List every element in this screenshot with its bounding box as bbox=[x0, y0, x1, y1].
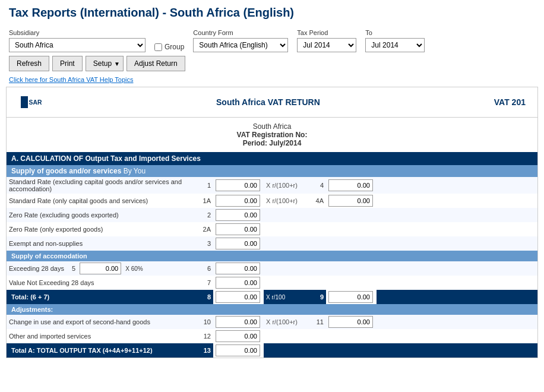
svg-text:SARS: SARS bbox=[29, 99, 42, 106]
sars-logo: SARS bbox=[18, 93, 42, 111]
table-row: Exceeding 28 days 5 X 60% 6 bbox=[7, 261, 537, 276]
field-2[interactable] bbox=[216, 209, 260, 221]
setup-arrow-icon: ▼ bbox=[114, 61, 120, 67]
form-info: South Africa VAT Registration No: Period… bbox=[7, 118, 537, 152]
country-form-select[interactable]: South Africa (English) bbox=[193, 38, 288, 52]
total-output-row: Total A: TOTAL OUTPUT TAX (4+4A+9+11+12)… bbox=[7, 343, 537, 358]
group-label: Group bbox=[165, 43, 184, 51]
field-6[interactable] bbox=[216, 263, 260, 274]
form-main-title: South Africa VAT RETURN bbox=[216, 97, 320, 107]
to-label: To bbox=[365, 29, 425, 36]
field-4a[interactable] bbox=[328, 195, 373, 207]
table-row: Zero Rate (only exported goods) 2A bbox=[7, 222, 537, 236]
setup-button[interactable]: Setup ▼ bbox=[86, 56, 124, 71]
field-2a[interactable] bbox=[216, 223, 260, 235]
page-title: Tax Reports (International) - South Afri… bbox=[0, 0, 544, 24]
table-row: Other and imported services 12 bbox=[7, 329, 537, 343]
total-6-7-row: Total: (6 + 7) 8 X r/100 9 bbox=[7, 290, 537, 304]
form-vat-number: VAT 201 bbox=[494, 97, 526, 107]
adjust-return-button[interactable]: Adjust Return bbox=[126, 56, 185, 71]
field-7[interactable] bbox=[216, 277, 260, 289]
supply-accom-header-row: Supply of accomodation bbox=[7, 251, 537, 261]
group-checkbox[interactable] bbox=[154, 43, 162, 51]
field-10[interactable] bbox=[216, 316, 260, 328]
field-9[interactable] bbox=[328, 291, 373, 303]
print-button[interactable]: Print bbox=[52, 56, 83, 71]
field-11[interactable] bbox=[328, 316, 373, 328]
field-13[interactable] bbox=[216, 344, 260, 356]
subsidiary-select[interactable]: South Africa bbox=[9, 38, 146, 52]
field-3[interactable] bbox=[216, 238, 260, 249]
table-row: Standard Rate (only capital goods and se… bbox=[7, 194, 537, 208]
section-a-header: A. CALCULATION OF Output Tax and Importe… bbox=[7, 152, 537, 165]
table-row: Zero Rate (excluding goods exported) 2 bbox=[7, 208, 537, 222]
field-4[interactable] bbox=[328, 179, 373, 191]
table-row: Standard Rate (excluding capital goods a… bbox=[7, 177, 537, 194]
subsidiary-label: Subsidiary bbox=[9, 29, 146, 36]
field-12[interactable] bbox=[216, 330, 260, 342]
country-form-label: Country Form bbox=[193, 29, 288, 36]
table-row: Change in use and export of second-hand … bbox=[7, 315, 537, 329]
field-5[interactable] bbox=[80, 263, 121, 274]
table-row: Value Not Exceeding 28 days 7 bbox=[7, 276, 537, 290]
table-row: Exempt and non-supplies 3 bbox=[7, 236, 537, 251]
field-1[interactable] bbox=[216, 179, 260, 191]
tax-period-select[interactable]: Jul 2014 bbox=[297, 38, 356, 52]
field-8[interactable] bbox=[216, 291, 260, 303]
help-link[interactable]: Click here for South Africa VAT Help Top… bbox=[0, 75, 544, 87]
adjustments-header-row: Adjustments: bbox=[7, 304, 537, 315]
tax-period-label: Tax Period bbox=[297, 29, 356, 36]
field-1a[interactable] bbox=[216, 195, 260, 207]
supply-header: Supply of goods and/or services By You bbox=[7, 165, 537, 177]
to-select[interactable]: Jul 2014 bbox=[365, 38, 425, 52]
refresh-button[interactable]: Refresh bbox=[9, 56, 49, 71]
